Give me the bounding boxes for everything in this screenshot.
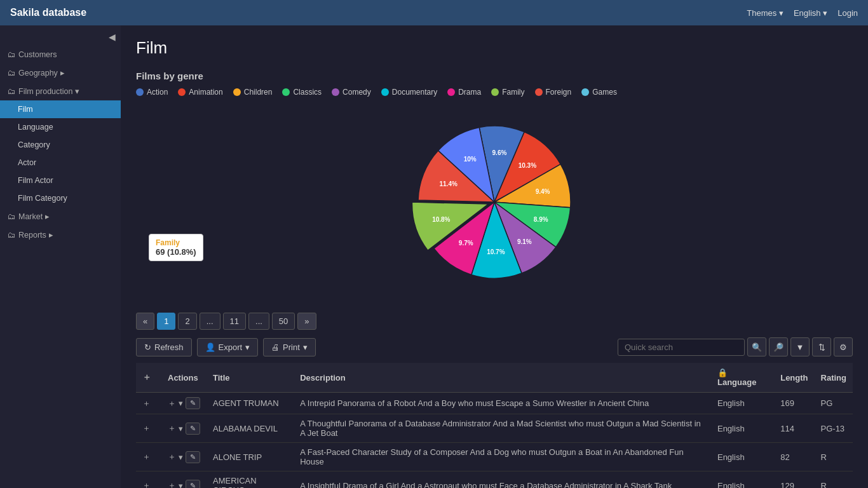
row-chevron-icon[interactable]: ▾ [179,398,183,408]
sidebar-item-film-production[interactable]: 🗂 Film production ▾ [0,82,121,100]
legend-item-animation: Animation [178,88,222,97]
legend-label: Classics [293,88,322,97]
sidebar-item-film-actor-label: Film Actor [18,176,53,185]
login-link[interactable]: Login [837,8,858,18]
sidebar-toggle-area: ◀ [0,28,121,46]
row-rating: R [815,471,853,489]
row-add-cell[interactable]: ＋ [136,414,161,443]
row-language: English [711,393,774,414]
row-language: English [711,414,774,443]
export-button[interactable]: 👤 Export ▾ [197,338,259,356]
pie-label-classics: 8.9% [534,216,548,223]
layout: ◀ 🗂 Customers 🗂 Geography ▸ 🗂 Film produ… [0,25,868,488]
row-edit-btn[interactable]: ✎ [186,397,200,409]
pie-label-action: 9.6% [492,149,507,156]
chevron-down-icon-fp: ▾ [75,86,79,96]
sidebar-item-market-label: Market [18,212,43,221]
refresh-button[interactable]: ↻ Refresh [136,338,192,356]
legend-label: Foreign [546,88,572,97]
sidebar-item-customers-label: Customers [18,50,57,59]
sidebar-item-customers[interactable]: 🗂 Customers [0,46,121,64]
tooltip-value: 69 (10.8%) [156,247,196,257]
sidebar-item-film-category-label: Film Category [18,194,67,203]
sort-btn[interactable]: ⇅ [812,337,831,356]
sidebar-collapse-btn[interactable]: ◀ [109,32,116,42]
table-row: ＋ ＋ ▾ ✎ AMERICAN CIRCUS A Insightful Dra… [136,471,853,489]
sidebar-item-film[interactable]: Film [0,100,121,118]
sidebar-item-reports[interactable]: 🗂 Reports ▸ [0,226,121,244]
sidebar-item-market[interactable]: 🗂 Market ▸ [0,207,121,226]
row-add-cell[interactable]: ＋ [136,443,161,471]
settings-btn[interactable]: ⚙ [834,337,853,356]
row-description: A Intrepid Panorama of a Robot And a Boy… [294,393,711,414]
row-add-cell[interactable]: ＋ [136,471,161,489]
row-edit-btn[interactable]: ✎ [186,480,200,489]
themes-dropdown[interactable]: Themes [747,8,783,18]
sidebar-item-film-actor[interactable]: Film Actor [0,172,121,189]
search-input[interactable] [618,339,745,356]
legend-dot [447,88,455,96]
pagination-page-1[interactable]: 1 [157,313,175,330]
table-header: ＋ Actions Title Description 🔒 Language L… [136,363,853,393]
legend-label: Documentary [392,88,437,97]
row-expand-icon[interactable]: ＋ [168,423,176,434]
table-row: ＋ ＋ ▾ ✎ AGENT TRUMAN A Intrepid Panorama… [136,393,853,414]
pagination-page-2[interactable]: 2 [178,313,196,330]
filter-btn[interactable]: ▼ [790,337,810,356]
legend-item-action: Action [136,88,168,97]
row-title: AGENT TRUMAN [207,393,294,414]
th-title: Title [207,363,294,393]
search-box: 🔍 🔎 ▼ ⇅ ⚙ [618,337,853,356]
sidebar-item-film-category[interactable]: Film Category [0,189,121,207]
row-expand-icon[interactable]: ＋ [168,398,176,409]
row-edit-btn[interactable]: ✎ [186,451,200,463]
refresh-icon: ↻ [144,342,151,352]
pagination-page-11[interactable]: 11 [223,313,246,330]
pagination-page-50[interactable]: 50 [272,313,295,330]
row-expand-icon[interactable]: ＋ [168,480,176,488]
row-chevron-icon[interactable]: ▾ [179,452,183,462]
pie-label-games: 10% [464,156,477,163]
row-expand-icon[interactable]: ＋ [168,451,176,463]
row-chevron-icon[interactable]: ▾ [179,424,183,433]
search-zoom-btn[interactable]: 🔎 [769,337,788,356]
pagination-next[interactable]: » [297,313,316,330]
row-rating: PG-13 [815,414,853,443]
pagination-prev[interactable]: « [136,313,154,330]
row-actions-cell: ＋ ▾ ✎ [161,471,207,489]
th-rating: Rating [815,363,853,393]
row-add-cell[interactable]: ＋ [136,393,161,414]
row-chevron-icon[interactable]: ▾ [179,481,183,489]
main-content: Film Films by genre ActionAnimationChild… [121,25,868,488]
legend-label: Comedy [342,88,371,97]
sidebar-item-language[interactable]: Language [0,118,121,136]
page-title: Film [136,38,853,58]
row-rating: R [815,443,853,471]
language-dropdown[interactable]: English [794,8,827,18]
row-edit-btn[interactable]: ✎ [186,423,200,435]
table-row: ＋ ＋ ▾ ✎ ALABAMA DEVIL A Thoughtful Panor… [136,414,853,443]
chevron-right-icon-reports: ▸ [49,230,53,240]
legend-dot [332,88,339,96]
search-btn[interactable]: 🔍 [747,337,766,356]
sidebar: ◀ 🗂 Customers 🗂 Geography ▸ 🗂 Film produ… [0,25,121,488]
sidebar-item-film-production-label: Film production [18,87,72,96]
print-button[interactable]: 🖨 Print ▾ [263,338,316,356]
sidebar-item-actor-label: Actor [18,158,36,167]
th-add[interactable]: ＋ [136,363,161,393]
row-language: English [711,443,774,471]
export-label: Export [219,342,243,352]
th-description: Description [294,363,711,393]
legend-dot [491,88,499,96]
sidebar-item-actor[interactable]: Actor [0,154,121,172]
print-icon: 🖨 [271,342,280,352]
sidebar-item-reports-label: Reports [18,231,46,240]
tooltip-label: Family [156,238,196,247]
sidebar-item-geography-label: Geography [18,69,58,78]
sidebar-item-category[interactable]: Category [0,136,121,154]
legend-label: Games [592,88,617,97]
sidebar-item-geography[interactable]: 🗂 Geography ▸ [0,64,121,82]
pie-label-foreign: 11.4% [439,180,457,187]
row-actions-cell: ＋ ▾ ✎ [161,393,207,414]
app-title: Sakila database [10,7,86,18]
